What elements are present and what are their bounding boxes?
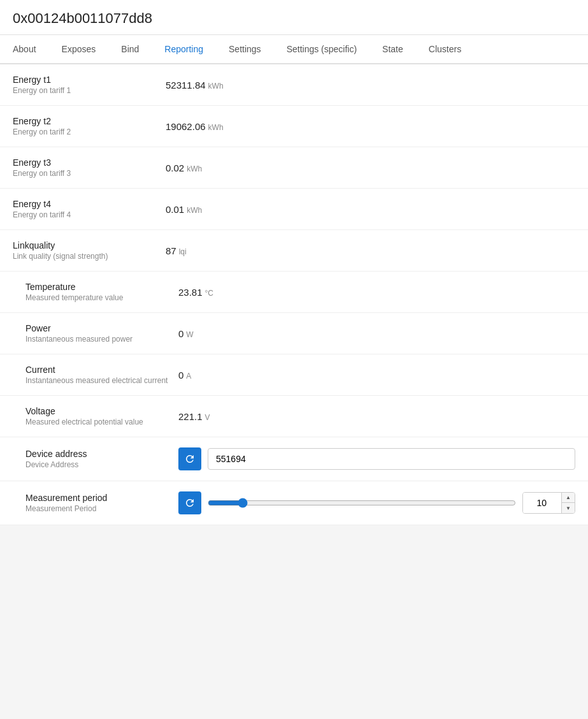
- row-name-energy-t4: Energy t4: [13, 199, 166, 209]
- slider-measurement-period[interactable]: [208, 498, 516, 508]
- row-name-device-address: Device address: [25, 449, 178, 459]
- row-desc-temperature: Measured temperature value: [25, 293, 178, 302]
- unit-temperature: °C: [205, 289, 213, 298]
- unit-linkquality: lqi: [179, 247, 187, 256]
- tab-reporting[interactable]: Reporting: [152, 35, 216, 64]
- value-voltage: 221.1V: [178, 411, 210, 422]
- row-name-current: Current: [25, 365, 178, 375]
- tab-about[interactable]: About: [0, 35, 49, 64]
- unit-energy-t1: kWh: [208, 82, 224, 91]
- content-area: Energy t1Energy on tariff 152311.84kWhEn…: [0, 64, 588, 525]
- row-temperature: TemperatureMeasured temperature value23.…: [0, 272, 588, 313]
- main-value-current: 0: [178, 370, 183, 381]
- label-device-address: Device addressDevice Address: [25, 449, 178, 469]
- value-temperature: 23.81°C: [178, 287, 213, 298]
- label-measurement-period: Measurement periodMeasurement Period: [25, 493, 178, 513]
- label-energy-t2: Energy t2Energy on tariff 2: [13, 116, 166, 136]
- main-value-energy-t3: 0.02: [166, 163, 184, 173]
- row-energy-t2: Energy t2Energy on tariff 219062.06kWh: [0, 106, 588, 147]
- tab-settings[interactable]: Settings: [216, 35, 274, 64]
- main-value-energy-t2: 19062.06: [166, 121, 206, 132]
- row-desc-energy-t2: Energy on tariff 2: [13, 127, 166, 136]
- value-energy-t1: 52311.84kWh: [166, 80, 224, 91]
- refresh-button-measurement-period[interactable]: [178, 491, 201, 514]
- text-input-device-address[interactable]: [208, 448, 575, 470]
- main-value-temperature: 23.81: [178, 287, 203, 298]
- main-value-power: 0: [178, 328, 183, 339]
- row-desc-voltage: Measured electrical potential value: [25, 418, 178, 426]
- row-energy-t1: Energy t1Energy on tariff 152311.84kWh: [0, 64, 588, 106]
- row-power: PowerInstantaneous measured power0W: [0, 313, 588, 354]
- tab-exposes[interactable]: Exposes: [49, 35, 109, 64]
- row-name-energy-t1: Energy t1: [13, 75, 166, 85]
- label-energy-t3: Energy t3Energy on tariff 3: [13, 157, 166, 178]
- row-desc-energy-t4: Energy on tariff 4: [13, 210, 166, 219]
- number-input-wrap-measurement-period: ▲▼: [522, 492, 575, 514]
- tab-settings-specific[interactable]: Settings (specific): [274, 35, 369, 64]
- tab-clusters[interactable]: Clusters: [416, 35, 474, 64]
- row-device-address: Device addressDevice Address: [0, 437, 588, 481]
- tab-bind[interactable]: Bind: [108, 35, 152, 64]
- row-name-voltage: Voltage: [25, 406, 178, 416]
- spin-down-measurement-period[interactable]: ▼: [562, 503, 575, 513]
- value-energy-t2: 19062.06kWh: [166, 121, 224, 132]
- value-current: 0A: [178, 370, 191, 381]
- label-temperature: TemperatureMeasured temperature value: [25, 282, 178, 302]
- number-input-measurement-period[interactable]: [523, 493, 561, 513]
- page-title: 0x00124b0011077dd8: [0, 0, 588, 35]
- row-name-measurement-period: Measurement period: [25, 493, 178, 503]
- label-energy-t1: Energy t1Energy on tariff 1: [13, 75, 166, 95]
- actions-device-address: [178, 447, 575, 470]
- row-name-energy-t2: Energy t2: [13, 116, 166, 126]
- label-voltage: VoltageMeasured electrical potential val…: [25, 406, 178, 426]
- row-desc-device-address: Device Address: [25, 460, 178, 469]
- tabs-bar: AboutExposesBindReportingSettingsSetting…: [0, 35, 588, 64]
- row-name-temperature: Temperature: [25, 282, 178, 292]
- value-power: 0W: [178, 328, 194, 339]
- row-desc-energy-t1: Energy on tariff 1: [13, 86, 166, 95]
- unit-energy-t3: kWh: [187, 164, 202, 173]
- slider-container-measurement-period: ▲▼: [208, 492, 575, 514]
- actions-measurement-period: ▲▼: [178, 491, 575, 514]
- spinners-measurement-period: ▲▼: [561, 493, 575, 513]
- label-energy-t4: Energy t4Energy on tariff 4: [13, 199, 166, 219]
- row-current: CurrentInstantaneous measured electrical…: [0, 354, 588, 396]
- unit-power: W: [186, 330, 193, 339]
- row-name-linkquality: Linkquality: [13, 240, 166, 251]
- label-power: PowerInstantaneous measured power: [25, 323, 178, 344]
- label-current: CurrentInstantaneous measured electrical…: [25, 365, 178, 385]
- row-linkquality: LinkqualityLink quality (signal strength…: [0, 230, 588, 272]
- row-energy-t4: Energy t4Energy on tariff 40.01kWh: [0, 189, 588, 230]
- value-linkquality: 87lqi: [166, 245, 187, 256]
- unit-voltage: V: [205, 413, 210, 422]
- main-value-voltage: 221.1: [178, 411, 203, 422]
- tab-state[interactable]: State: [369, 35, 416, 64]
- refresh-button-device-address[interactable]: [178, 447, 201, 470]
- spin-up-measurement-period[interactable]: ▲: [562, 493, 575, 503]
- unit-energy-t2: kWh: [208, 123, 224, 132]
- row-desc-power: Instantaneous measured power: [25, 335, 178, 344]
- value-energy-t3: 0.02kWh: [166, 163, 202, 173]
- row-energy-t3: Energy t3Energy on tariff 30.02kWh: [0, 147, 588, 189]
- row-name-power: Power: [25, 323, 178, 333]
- value-energy-t4: 0.01kWh: [166, 204, 202, 215]
- row-voltage: VoltageMeasured electrical potential val…: [0, 396, 588, 437]
- row-desc-energy-t3: Energy on tariff 3: [13, 169, 166, 178]
- unit-current: A: [186, 372, 191, 381]
- unit-energy-t4: kWh: [187, 206, 202, 215]
- main-value-energy-t4: 0.01: [166, 204, 184, 215]
- main-value-linkquality: 87: [166, 245, 176, 256]
- main-value-energy-t1: 52311.84: [166, 80, 206, 91]
- row-name-energy-t3: Energy t3: [13, 157, 166, 168]
- row-measurement-period: Measurement periodMeasurement Period▲▼: [0, 481, 588, 525]
- row-desc-linkquality: Link quality (signal strength): [13, 252, 166, 261]
- label-linkquality: LinkqualityLink quality (signal strength…: [13, 240, 166, 261]
- row-desc-measurement-period: Measurement Period: [25, 504, 178, 513]
- row-desc-current: Instantaneous measured electrical curren…: [25, 376, 178, 385]
